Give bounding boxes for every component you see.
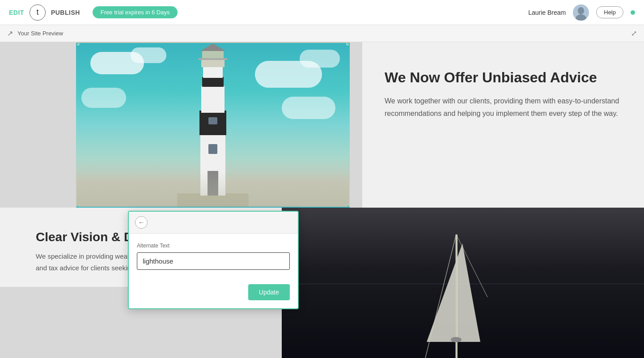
- dialog-body: Alternate Text: [129, 234, 298, 279]
- edit-button[interactable]: EDIT: [9, 9, 24, 16]
- topbar-right: Laurie Bream Help: [528, 4, 635, 21]
- preview-bar: ↗ Your Site Preview ⤢: [0, 25, 644, 42]
- selection-handle-bl: [76, 205, 79, 208]
- svg-rect-14: [208, 144, 217, 154]
- alt-text-input[interactable]: [137, 252, 290, 270]
- lighthouse-svg: [168, 42, 258, 207]
- svg-point-1: [578, 7, 584, 14]
- svg-line-18: [456, 234, 487, 297]
- advice-body: We work together with our clients, provi…: [385, 95, 622, 119]
- user-name: Laurie Bream: [528, 9, 566, 16]
- preview-bar-left: ↗ Your Site Preview: [7, 29, 63, 38]
- collapse-icon[interactable]: ↗: [7, 29, 13, 38]
- svg-rect-15: [208, 117, 217, 124]
- back-button[interactable]: ←: [135, 216, 148, 229]
- update-button[interactable]: Update: [248, 284, 290, 300]
- main-content: We Now Offer Unbiased Advice We work tog…: [0, 42, 644, 358]
- avatar[interactable]: [573, 4, 589, 21]
- status-dot: [631, 10, 635, 15]
- alt-text-label: Alternate Text: [137, 243, 290, 249]
- trial-badge: Free trial expires in 6 Days: [93, 6, 178, 18]
- lighthouse-image[interactable]: [76, 42, 350, 208]
- sailboat-image: [282, 208, 644, 358]
- logo: t: [30, 4, 46, 21]
- topbar: EDIT t PUBLISH Free trial expires in 6 D…: [0, 0, 644, 25]
- help-button[interactable]: Help: [596, 6, 623, 18]
- dialog-footer: Update: [129, 279, 298, 308]
- cloud-6: [282, 97, 335, 119]
- svg-rect-9: [201, 59, 225, 67]
- topbar-left: EDIT t PUBLISH Free trial expires in 6 D…: [9, 4, 178, 21]
- svg-rect-6: [201, 86, 225, 113]
- cloud-2: [131, 47, 166, 63]
- svg-rect-3: [177, 193, 249, 207]
- advice-heading: We Now Offer Unbiased Advice: [385, 69, 622, 86]
- dialog-header: ←: [129, 212, 298, 234]
- svg-rect-7: [202, 77, 224, 87]
- fullscreen-icon[interactable]: ⤢: [631, 29, 637, 38]
- svg-point-19: [451, 337, 462, 342]
- cloud-4: [300, 50, 340, 68]
- selection-handle-tl: [76, 42, 79, 45]
- svg-rect-4: [200, 131, 225, 196]
- selection-handle-br: [347, 205, 350, 208]
- right-panel: We Now Offer Unbiased Advice We work tog…: [362, 42, 644, 208]
- sailboat-bg: [282, 208, 644, 358]
- selection-handle-tr: [347, 42, 350, 45]
- svg-rect-12: [199, 58, 227, 60]
- alt-text-dialog: ← Alternate Text Update: [128, 211, 299, 309]
- cloud-5: [81, 88, 126, 108]
- svg-rect-13: [208, 171, 218, 196]
- preview-title: Your Site Preview: [17, 30, 63, 37]
- rigging: [282, 208, 644, 358]
- svg-rect-8: [203, 66, 223, 78]
- publish-button[interactable]: PUBLISH: [51, 9, 80, 16]
- svg-marker-11: [200, 43, 225, 51]
